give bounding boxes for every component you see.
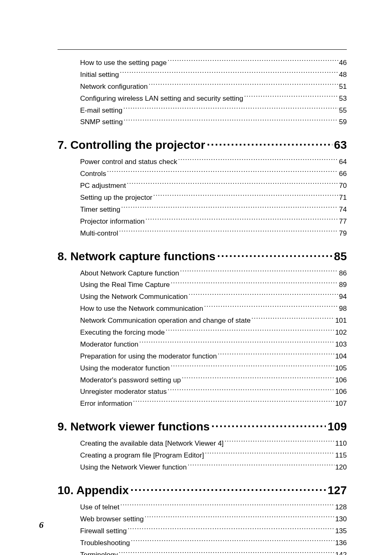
toc-sub-title: Terminology [80,549,118,555]
toc-leader-dots [182,375,334,382]
toc-sub-entry: Executing the forcing mode102 [80,327,347,339]
toc-sub-page: 53 [339,93,347,105]
toc-leader-dots [218,352,334,358]
toc-leader-dots [127,526,334,533]
toc-sub-page: 102 [335,327,347,339]
toc-leader-dots [145,514,334,521]
toc-chapter-page: 127 [327,483,347,497]
toc-sub-page: 105 [335,363,347,375]
toc-sub-title: How to use the Network communication [80,303,203,315]
toc-sub-entry: Error information107 [80,398,347,410]
toc-sub-title: Timer setting [80,204,120,216]
toc-leader-dots [188,462,334,469]
toc-chapter-title: 10. Appendix [58,483,129,497]
toc-sub-title: Setting up the projector [80,192,152,204]
toc-leader-dots [145,217,338,224]
toc-sub-entry: Power control and status check64 [80,156,347,168]
toc-leader-dots [127,181,339,188]
toc-sub-entry: Creating the available data [Network Vie… [80,438,347,450]
toc-sub-title: Initial setting [80,69,119,81]
toc-sub-page: 55 [339,105,347,117]
toc-sub-title: Creating the available data [Network Vie… [80,438,224,450]
toc-sub-page: 142 [335,549,347,555]
toc-sub-page: 71 [339,192,347,204]
toc-sub-title: Using the Real Time Capture [80,279,170,291]
toc-sub-entry: Use of telnet128 [80,502,347,513]
toc-sub-page: 120 [335,462,347,474]
toc-sub-title: About Network Capture function [80,268,179,280]
toc-sub-page: 130 [335,513,347,525]
toc-leader-dots [171,363,334,370]
toc-leader-dots [168,387,334,394]
toc-leader-dots [244,94,338,101]
toc-sub-title: Network configuration [80,81,148,93]
toc-sub-page: 51 [339,81,347,93]
toc-sub-page: 86 [339,268,347,280]
toc-sub-page: 74 [339,204,347,216]
toc-leader-dots [120,70,339,77]
toc-sub-title: Using the Network Communication [80,291,188,303]
toc-sub-page: 135 [335,525,347,537]
toc-chapter-page: 85 [334,249,347,264]
toc-chapter-title: 9. Network viewer functions [58,419,210,434]
toc-sub-page: 79 [339,228,347,240]
toc-sub-entry: Network configuration51 [80,81,347,93]
toc-sub-entry: Moderator's password setting up106 [80,375,347,386]
toc-sub-title: Troubleshooting [80,537,130,549]
toc-sub-entry: Creating a program file [Program Editor]… [80,450,347,462]
toc-sub-page: 59 [339,116,347,128]
toc-sub-title: Using the Network Viewer function [80,462,187,474]
toc-leader-dots [205,451,334,458]
toc-sub-title: PC adjustment [80,180,126,192]
toc-leader-dots [168,58,338,65]
toc-chapter: 9. Network viewer functions109 [58,419,347,434]
toc-sub-entry: Controls66 [80,168,347,180]
toc-sub-entry: About Network Capture function86 [80,268,347,280]
toc-sub-page: 103 [335,339,347,351]
toc-sub-entry: Timer setting74 [80,204,347,216]
toc-sub-title: Creating a program file [Program Editor] [80,450,204,462]
toc-chapter-page: 109 [327,419,347,434]
toc-sub-entry: Terminology142 [80,549,347,555]
toc-sub-page: 70 [339,180,347,192]
table-of-contents: How to use the setting page46Initial set… [58,57,347,555]
toc-sub-entry: Using the Real Time Capture89 [80,279,347,291]
toc-sub-page: 48 [339,69,347,81]
toc-leader-dots [148,82,338,89]
toc-sub-title: Network Communication operation and chan… [80,315,251,327]
toc-sub-title: Controls [80,168,106,180]
toc-leader-dots [139,340,334,347]
toc-sub-entry: E-mail setting55 [80,105,347,117]
toc-sub-entry: Firewall setting135 [80,525,347,537]
toc-leader-dots [107,169,338,176]
toc-sub-page: 106 [335,375,347,386]
toc-leader-dots [251,316,334,323]
toc-leader-dots [131,538,334,545]
toc-chapter-page: 63 [334,138,347,152]
toc-leader-dots [130,483,326,494]
toc-sub-entry: Moderator function103 [80,339,347,351]
toc-sub-entry: Unregister moderator status106 [80,386,347,398]
toc-leader-dots [119,550,334,555]
page-number: 6 [39,520,44,530]
toc-leader-dots [211,419,326,430]
toc-chapter: 8. Network capture functions85 [58,249,347,264]
toc-leader-dots [119,229,338,236]
toc-chapter-title: 7. Controlling the projector [58,138,205,152]
toc-sub-page: 104 [335,351,347,363]
toc-leader-dots [189,292,338,299]
toc-sub-entry: SNMP setting59 [80,116,347,128]
toc-sub-title: E-mail setting [80,105,122,117]
toc-sub-title: Firewall setting [80,525,127,537]
toc-leader-dots [217,249,332,260]
toc-sub-page: 110 [335,438,347,450]
toc-leader-dots [123,106,338,113]
toc-leader-dots [120,502,334,509]
toc-sub-title: Web browser setting [80,513,144,525]
toc-sub-title: Configuring wireless LAN setting and sec… [80,93,243,105]
toc-sub-page: 94 [339,291,347,303]
toc-sub-page: 64 [339,156,347,168]
toc-leader-dots [207,137,332,149]
toc-sub-title: Using the moderator function [80,363,170,375]
toc-sub-entry: Using the Network Communication94 [80,291,347,303]
